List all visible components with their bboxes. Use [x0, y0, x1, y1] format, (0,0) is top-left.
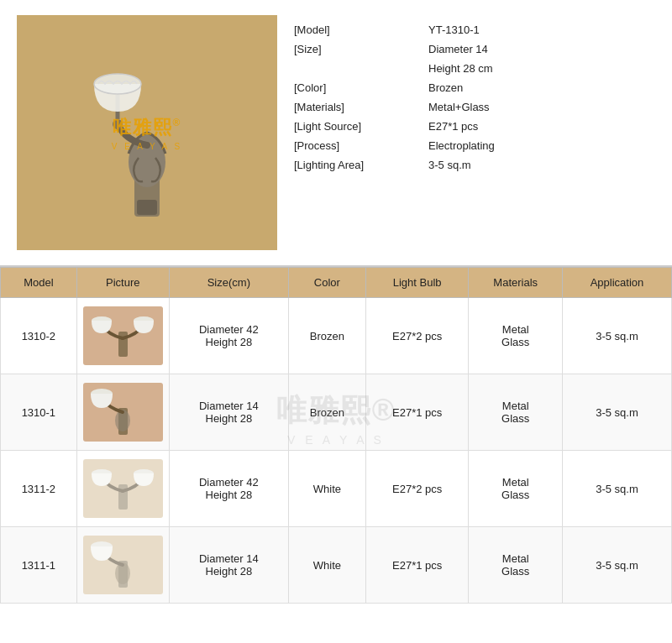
- cell-lightbulb: E27*2 pcs: [365, 298, 469, 374]
- cell-application: 3-5 sq.m: [563, 451, 672, 527]
- cell-picture: [76, 451, 169, 527]
- spec-label: [Process]: [294, 139, 428, 152]
- cell-application: 3-5 sq.m: [563, 527, 672, 604]
- cell-color: White: [288, 451, 365, 527]
- col-color: Color: [288, 268, 365, 298]
- table-row: 1311-2 Diameter 42Height 28: [1, 451, 672, 527]
- spec-row: [Size]Diameter 14: [294, 43, 655, 55]
- col-application: Application: [563, 268, 672, 298]
- spec-label: [Lighting Area]: [294, 159, 428, 171]
- cell-materials: MetalGlass: [469, 374, 563, 451]
- spec-label: [Size]: [294, 43, 428, 55]
- spec-row: [Light Source]E27*1 pcs: [294, 120, 655, 133]
- svg-point-2: [113, 119, 123, 129]
- table-row: 1310-1 Diameter 14Height 28: [1, 374, 672, 451]
- col-materials: Materials: [469, 268, 563, 298]
- cell-size: Diameter 42Height 28: [169, 298, 288, 374]
- cell-application: 3-5 sq.m: [563, 374, 672, 451]
- svg-rect-8: [118, 332, 128, 357]
- product-image: 唯雅熙® V E A Y A S: [17, 15, 277, 250]
- spec-value: Height 28 cm: [428, 62, 493, 75]
- cell-color: White: [288, 527, 365, 604]
- col-picture: Picture: [76, 268, 169, 298]
- cell-materials: MetalGlass: [469, 527, 563, 604]
- spec-label: [Model]: [294, 24, 428, 36]
- spec-value: Electroplating: [428, 139, 495, 152]
- spec-value: 3-5 sq.m: [428, 159, 471, 171]
- spec-value: Brozen: [428, 81, 463, 94]
- svg-rect-16: [118, 484, 128, 510]
- thumb-1311-2: [83, 459, 163, 518]
- spec-row: Height 28 cm: [294, 62, 655, 75]
- table-section: 唯雅熙® V E A Y A S Model Picture Size(cm) …: [0, 267, 672, 604]
- svg-rect-6: [137, 200, 157, 215]
- spec-value: E27*1 pcs: [428, 120, 478, 133]
- cell-model: 1310-1: [1, 374, 77, 451]
- cell-size: Diameter 42Height 28: [169, 451, 288, 527]
- table-row: 1311-1 Diameter 14Height 28 White E27*1 …: [1, 527, 672, 604]
- cell-materials: MetalGlass: [469, 451, 563, 527]
- cell-model: 1311-1: [1, 527, 77, 604]
- cell-model: 1311-2: [1, 451, 77, 527]
- spec-value: Metal+Glass: [428, 101, 490, 113]
- cell-size: Diameter 14Height 28: [169, 527, 288, 604]
- table-row: 1310-2: [1, 298, 672, 374]
- spec-label: [Light Source]: [294, 120, 428, 133]
- thumb-1311-1: [83, 536, 163, 594]
- spec-row: [Model]YT-1310-1: [294, 24, 655, 36]
- spec-row: [Color]Brozen: [294, 81, 655, 94]
- spec-value: Diameter 14: [428, 43, 488, 55]
- cell-materials: MetalGlass: [469, 298, 563, 374]
- cell-lightbulb: E27*1 pcs: [365, 527, 469, 604]
- cell-picture: [76, 298, 169, 374]
- cell-application: 3-5 sq.m: [563, 298, 672, 374]
- table-body: 1310-2: [1, 298, 672, 604]
- spec-row: [Lighting Area]3-5 sq.m: [294, 159, 655, 171]
- spec-label: [Color]: [294, 81, 428, 94]
- product-section: 唯雅熙® V E A Y A S [Model]YT-1310-1[Size]D…: [0, 0, 672, 267]
- spec-value: YT-1310-1: [428, 24, 480, 36]
- cell-model: 1310-2: [1, 298, 77, 374]
- spec-label: [Materials]: [294, 101, 428, 113]
- col-size: Size(cm): [169, 268, 288, 298]
- spec-row: [Process]Electroplating: [294, 139, 655, 152]
- table-header: Model Picture Size(cm) Color Light Bulb …: [1, 268, 672, 298]
- lamp-illustration: [63, 32, 231, 233]
- cell-lightbulb: E27*2 pcs: [365, 451, 469, 527]
- thumb-1310-2: [83, 306, 163, 365]
- cell-color: Brozen: [288, 298, 365, 374]
- thumb-1310-1: [83, 383, 163, 442]
- spec-row: [Materials]Metal+Glass: [294, 101, 655, 113]
- cell-picture: [76, 374, 169, 451]
- product-table: Model Picture Size(cm) Color Light Bulb …: [0, 267, 672, 604]
- col-lightbulb: Light Bulb: [365, 268, 469, 298]
- cell-color: Brozen: [288, 374, 365, 451]
- cell-lightbulb: E27*1 pcs: [365, 374, 469, 451]
- cell-picture: [76, 527, 169, 604]
- cell-size: Diameter 14Height 28: [169, 374, 288, 451]
- product-specs: [Model]YT-1310-1[Size]Diameter 14Height …: [294, 15, 655, 250]
- col-model: Model: [1, 268, 77, 298]
